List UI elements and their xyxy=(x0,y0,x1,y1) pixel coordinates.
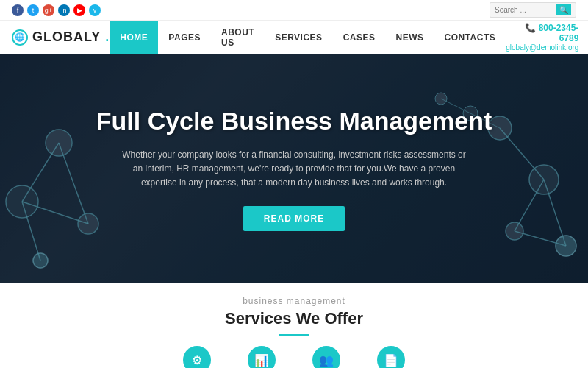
social-icons: f t g+ in ▶ v xyxy=(12,4,101,16)
search-box[interactable]: 🔍 xyxy=(490,2,576,18)
service-icon-2[interactable]: 📊 xyxy=(248,346,276,368)
nav-news[interactable]: NEWS xyxy=(385,21,434,54)
search-input[interactable] xyxy=(495,6,553,14)
title-underline xyxy=(279,334,309,336)
service-icon-3[interactable]: 👥 xyxy=(312,346,340,368)
phone-number[interactable]: 📞 800-2345-6789 xyxy=(506,23,578,43)
hero-description: Whether your company looks for a financi… xyxy=(118,148,470,191)
search-button[interactable]: 🔍 xyxy=(556,4,571,15)
hero-title: Full Cycle Business Management xyxy=(96,106,492,136)
nav-contacts[interactable]: CONTACTS xyxy=(434,21,506,54)
services-section: business management Services We Offer ⚙ … xyxy=(0,283,588,368)
service-icon-4[interactable]: 📄 xyxy=(377,346,405,368)
linkedin-icon[interactable]: in xyxy=(58,4,70,16)
top-bar: f t g+ in ▶ v 🔍 xyxy=(0,0,588,21)
nav-home[interactable]: HOME xyxy=(110,21,158,54)
nav-about[interactable]: ABOUT US xyxy=(211,21,265,54)
facebook-icon[interactable]: f xyxy=(12,4,24,16)
svg-line-4 xyxy=(22,143,59,202)
read-more-button[interactable]: READ MORE xyxy=(243,206,345,231)
nav-cases[interactable]: CASES xyxy=(333,21,386,54)
service-icon-1[interactable]: ⚙ xyxy=(183,346,211,368)
service-icons-row: ⚙ 📊 👥 📄 xyxy=(15,346,573,368)
vimeo-icon[interactable]: v xyxy=(89,4,101,16)
nav-bar: 🌐 GLOBALY. HOME PAGES ABOUT US SERVICES … xyxy=(0,21,588,54)
logo[interactable]: 🌐 GLOBALY. xyxy=(12,29,110,46)
hero-content: Full Cycle Business Management Whether y… xyxy=(82,106,507,231)
hero-section: Full Cycle Business Management Whether y… xyxy=(0,54,588,283)
email-address[interactable]: globaly@demolink.org xyxy=(506,43,578,52)
youtube-icon[interactable]: ▶ xyxy=(74,4,85,16)
contact-info: 📞 800-2345-6789 globaly@demolink.org xyxy=(506,23,578,52)
nav-services[interactable]: SERVICES xyxy=(265,21,332,54)
services-subtitle: business management xyxy=(15,296,573,306)
svg-line-13 xyxy=(514,180,544,231)
nav-links: HOME PAGES ABOUT US SERVICES CASES NEWS … xyxy=(110,21,506,54)
nav-pages[interactable]: PAGES xyxy=(158,21,211,54)
googleplus-icon[interactable]: g+ xyxy=(43,4,54,16)
phone-icon: 📞 xyxy=(525,23,536,33)
logo-text: GLOBALY xyxy=(32,29,101,45)
twitter-icon[interactable]: t xyxy=(27,4,39,16)
services-title: Services We Offer xyxy=(15,309,573,328)
logo-icon: 🌐 xyxy=(12,29,28,46)
